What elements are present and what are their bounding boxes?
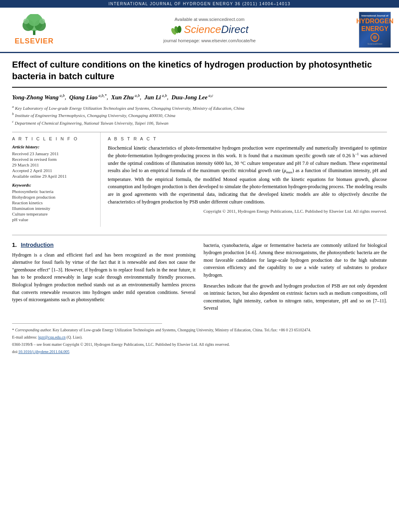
abstract-header: A B S T R A C T [108,136,387,141]
authors-line: Yong-Zhong Wang a,b, Qiang Liao a,b,*, X… [12,93,387,101]
author-5: Duu-Jong Lee [171,94,208,101]
intro-col1-text: Hydrogen is a clean and efficient fuel a… [12,251,195,304]
author-1: Yong-Zhong Wang [12,94,59,101]
history-revised-label: Received in revised form [12,157,94,162]
sciencedirect-logo: ScienceDirect [171,23,248,36]
svg-point-6 [39,18,45,24]
section-number: 1. [12,242,17,248]
journal-cover-graphic [365,33,385,43]
footnote-doi: doi:10.1016/j.ijhydene.2011.04.005 [12,349,387,355]
history-received: Received 23 January 2011 [12,151,94,156]
email-link[interactable]: lqzr@cqu.edu.cn [38,335,66,339]
author-3: Xun Zhu [111,94,134,101]
intro-heading: 1. Introduction [12,242,195,248]
sd-leaves-svg [171,23,183,35]
abstract-body: Biochemical kinetic characteristics of p… [108,144,387,205]
keyword-4: Illumination intensity [12,206,94,211]
footnote-corresponding: * Corresponding author. Key Laboratory o… [12,327,387,333]
svg-point-5 [23,18,29,24]
affil-a: a Key Laboratory of Low-grade Energy Uti… [12,104,387,111]
journal-homepage: journal homepage: www.elsevier.com/locat… [60,38,359,43]
author-2: Qiang Liao [69,94,97,101]
elsevier-logo: ELSEVIER [8,14,60,46]
intro-col-right: bacteria, cyanobacteria, algae or fermen… [204,242,387,315]
history-revised-date: 29 March 2011 [12,162,94,167]
journal-header-bar: International Journal of Hydrogen Energy… [0,0,399,8]
journal-cover-publisher: ScienceDirect [367,43,382,45]
available-text: Available at www.sciencedirect.com [60,17,359,22]
keyword-5: Culture temperature [12,212,94,216]
svg-point-9 [177,26,181,33]
intro-col-left: 1. Introduction Hydrogen is a clean and … [12,242,195,315]
section-divider [12,235,387,235]
footnotes: * Corresponding author. Key Laboratory o… [12,327,387,355]
history-accepted: Accepted 2 April 2011 [12,168,94,173]
keyword-6: pH value [12,217,94,222]
author-4: Jun Li [144,94,161,101]
journal-cover-title: International Journal of HYDROGENENERGY [356,14,393,33]
sd-blue-text: Direct [221,23,249,35]
introduction-section: 1. Introduction Hydrogen is a clean and … [12,242,387,315]
abstract-panel: A B S T R A C T Biochemical kinetic char… [101,132,387,227]
affil-b: b Institute of Engineering Thermophysics… [12,111,387,119]
center-header: Available at www.sciencedirect.com Scien… [60,17,359,43]
journal-cover-thumbnail: International Journal of HYDROGENENERGY … [359,12,391,48]
footnote-issn: 0360-3199/$ – see front matter Copyright… [12,341,387,347]
logo-row: ELSEVIER Available at www.sciencedirect.… [0,8,399,53]
article-info-header: A R T I C L E I N F O [12,136,94,141]
affil-c: c Department of Chemical Engineering, Na… [12,119,387,126]
sd-leaves-icon [171,23,183,35]
footnote-divider [12,323,162,324]
sd-orange-text: Science [184,23,221,35]
abstract-copyright: Copyright © 2011, Hydrogen Energy Public… [108,208,387,215]
article-info-panel: A R T I C L E I N F O Article history: R… [12,132,101,227]
journal-header-text: International Journal of Hydrogen Energy… [109,2,291,6]
doi-link[interactable]: 10.1016/j.ijhydene.2011.04.005 [19,349,70,354]
keywords-label: Keywords: [12,183,94,187]
article-info-abstract-section: A R T I C L E I N F O Article history: R… [12,132,387,227]
keyword-3: Reaction kinetics [12,200,94,205]
article-title: Effect of culture conditions on the kine… [12,59,387,88]
elsevier-tree-icon [16,14,52,36]
keyword-2: Biohydrogen production [12,195,94,199]
elsevier-text: ELSEVIER [14,37,53,45]
affiliations: a Key Laboratory of Low-grade Energy Uti… [12,104,387,126]
main-content: Effect of culture conditions on the kine… [0,53,399,364]
history-online: Available online 29 April 2011 [12,174,94,179]
history-label: Article history: [12,144,94,149]
svg-point-11 [373,35,377,39]
keyword-1: Photosynthetic bacteria [12,189,94,194]
section-title: Introduction [21,242,54,248]
footnote-email: E-mail address: lqzr@cqu.edu.cn (Q. Liao… [12,334,387,340]
intro-col2-text: bacteria, cyanobacteria, algae or fermen… [204,242,387,312]
